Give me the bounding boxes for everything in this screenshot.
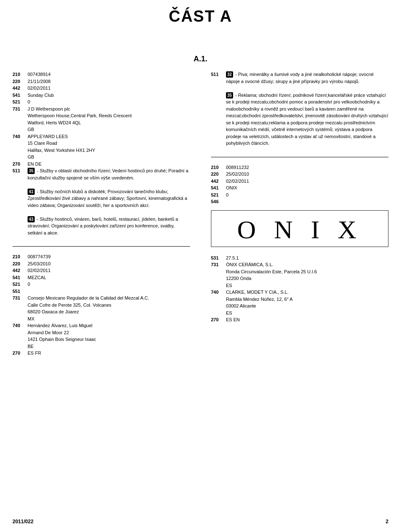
record-r1: 511 32 - Piva; minerálky a šumivé vody a… <box>211 71 388 147</box>
field-442r: 442 02/02/2011 <box>211 178 388 185</box>
page: ČÁST A A.1. 210 007438914 220 21/11/2008… <box>0 0 401 532</box>
field-731b: 731 Consejo Mexicano Regulador de la Cal… <box>13 295 190 322</box>
field-521: 521 0 <box>13 98 190 106</box>
footer-right: 2 <box>386 519 388 524</box>
field-210b: 210 008774739 <box>13 253 190 260</box>
divider-r1 <box>211 157 388 157</box>
field-511r: 511 32 - Piva; minerálky a šumivé vody a… <box>211 71 388 147</box>
field-731: 731 J D Wetherspoon plcWetherspoon House… <box>13 106 190 133</box>
onix-logo-text: O N I X <box>213 215 386 245</box>
record-1: 210 007438914 220 21/11/2008 442 02/02/2… <box>13 71 190 236</box>
field-210: 210 007438914 <box>13 71 190 78</box>
field-270r: 270 ES EN <box>211 316 388 323</box>
field-531r: 531 27.5.1 <box>211 255 388 262</box>
field-270: 270 EN DE <box>13 161 190 168</box>
section-label: A.1. <box>0 38 401 71</box>
field-521b: 521 0 <box>13 281 190 288</box>
record-r2: 210 008911232 220 25/02/2010 442 02/02/2… <box>211 164 388 323</box>
field-551b: 551 <box>13 288 190 295</box>
field-220: 220 21/11/2008 <box>13 78 190 85</box>
field-270b: 270 ES FR <box>13 350 190 357</box>
page-title: ČÁST A <box>0 8 401 25</box>
footer-left: 2011/022 <box>13 519 33 524</box>
field-210r: 210 008911232 <box>211 164 388 171</box>
col-left: 210 007438914 220 21/11/2008 442 02/02/2… <box>13 71 194 367</box>
field-511: 511 35 - Služby v oblasti obchodního říz… <box>13 167 190 236</box>
footer: 2011/022 2 <box>13 519 388 524</box>
onix-logo-box: O N I X <box>211 210 388 247</box>
field-541r: 541 ONIX <box>211 184 388 192</box>
record-2: 210 008774739 220 25/03/2010 442 02/02/2… <box>13 253 190 357</box>
content-area: 210 007438914 220 21/11/2008 442 02/02/2… <box>0 71 401 367</box>
header: ČÁST A <box>0 0 401 38</box>
field-740b: 740 Hernández Álvarez, Luis MiguelArmand… <box>13 322 190 350</box>
field-220r: 220 25/02/2010 <box>211 171 388 178</box>
field-731r: 731 ÓNIX CERÁMICA, S.L.Ronda Circunvalac… <box>211 261 388 289</box>
field-220b: 220 25/03/2010 <box>13 260 190 267</box>
field-546r: 546 <box>211 198 388 205</box>
col-right: 511 32 - Piva; minerálky a šumivé vody a… <box>207 71 388 367</box>
divider-1 <box>13 246 190 247</box>
field-442b: 442 02/02/2011 <box>13 267 190 274</box>
field-541: 541 Sunday Club <box>13 92 190 99</box>
field-541b: 541 MEZCAL <box>13 274 190 281</box>
field-740: 740 APPLEYARD LEES15 Clare RoadHalifax, … <box>13 133 190 161</box>
field-740r: 740 CLARKE, MODET Y CIA., S.L.Rambla Mén… <box>211 289 388 316</box>
field-521r: 521 0 <box>211 192 388 199</box>
field-442: 442 02/02/2011 <box>13 85 190 92</box>
